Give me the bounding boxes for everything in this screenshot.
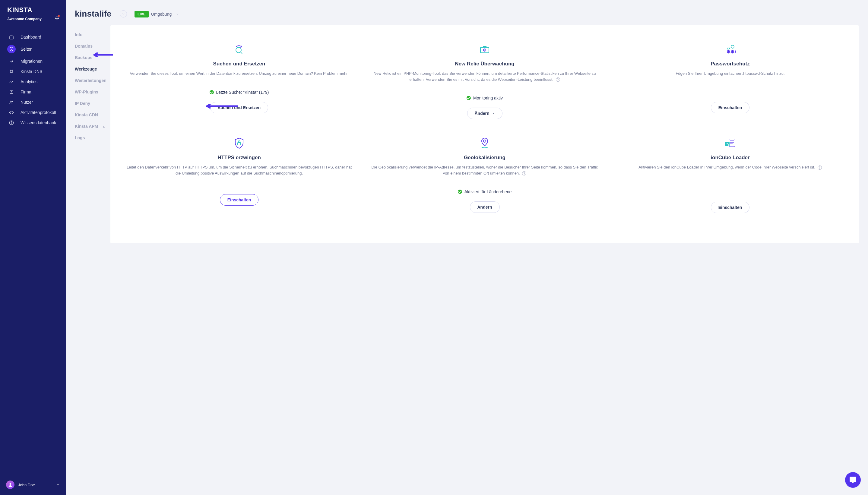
- svg-rect-17: [238, 142, 241, 145]
- chevron-up-icon: [56, 482, 60, 488]
- help-icon[interactable]: ?: [818, 166, 822, 170]
- card-geo-desc: Die Geolokalisierung verwendet die IP-Ad…: [371, 164, 598, 176]
- nav-migrations-label: Migrationen: [20, 59, 43, 64]
- nav-analytics[interactable]: Analytics: [0, 76, 66, 87]
- nav-users[interactable]: Nutzer: [0, 97, 66, 107]
- nav-migrations[interactable]: Migrationen: [0, 56, 66, 66]
- geo-icon: [371, 137, 598, 149]
- card-search-desc: Verwenden Sie dieses Tool, um einen Wert…: [126, 70, 353, 76]
- nav-dns[interactable]: Kinsta DNS: [0, 66, 66, 76]
- svg-point-6: [11, 112, 12, 113]
- nav-users-label: Nutzer: [20, 100, 33, 105]
- subnav-plugins[interactable]: WP-Plugins: [75, 86, 111, 98]
- subnav-info[interactable]: Info: [75, 29, 111, 40]
- ioncube-icon: [616, 137, 844, 149]
- help-icon[interactable]: ?: [556, 78, 560, 82]
- newrelic-modify-button[interactable]: Ändern: [467, 108, 502, 119]
- card-ioncube-desc: Aktivieren Sie den ionCube Loader in Ihr…: [616, 164, 844, 170]
- svg-point-21: [727, 143, 728, 144]
- password-icon: ✱✱✱: [616, 44, 844, 55]
- card-newrelic-desc: New Relic ist ein PHP-Monitoring-Tool, d…: [371, 70, 598, 82]
- notifications-button[interactable]: [55, 16, 59, 21]
- svg-point-1: [12, 70, 13, 71]
- annotation-arrow-icon: [92, 52, 113, 57]
- env-selector[interactable]: [176, 12, 179, 17]
- https-icon: [126, 137, 353, 149]
- chat-button[interactable]: [845, 472, 861, 488]
- nav-company[interactable]: Firma: [0, 87, 66, 97]
- newrelic-icon: [371, 44, 598, 55]
- card-password-title: Passwortschutz: [616, 61, 844, 67]
- nav-dns-label: Kinsta DNS: [20, 69, 42, 74]
- card-search-title: Suchen und Ersetzen: [126, 61, 353, 67]
- nav-activity[interactable]: Aktivitätenprotokoll: [0, 107, 66, 118]
- card-password: ✱✱✱ Passwortschutz Fügen Sie Ihrer Umgeb…: [611, 44, 850, 119]
- annotation-arrow-icon: [204, 104, 238, 108]
- svg-point-10: [236, 47, 241, 53]
- svg-rect-19: [729, 139, 735, 147]
- search-replace-icon: [126, 44, 353, 55]
- nav-sites[interactable]: Seiten: [0, 42, 66, 56]
- nav-activity-label: Aktivitätenprotokoll: [20, 110, 56, 115]
- nav-sites-label: Seiten: [20, 47, 33, 52]
- card-https: HTTPS erzwingen Leitet den Datenverkehr …: [119, 137, 359, 213]
- user-name: John Doe: [18, 483, 52, 487]
- subnav-redirects[interactable]: Weiterleitungen: [75, 75, 111, 86]
- nav-analytics-label: Analytics: [20, 79, 37, 84]
- env-badge: LIVE: [134, 11, 149, 17]
- card-https-desc: Leitet den Datenverkehr von HTTP auf HTT…: [126, 164, 353, 176]
- https-enable-button[interactable]: Einschalten: [220, 194, 259, 206]
- card-password-desc: Fügen Sie Ihrer Umgebung einfachen .htpa…: [616, 70, 844, 76]
- card-newrelic-title: New Relic Überwachung: [371, 61, 598, 67]
- check-icon: [210, 90, 214, 95]
- svg-point-2: [10, 72, 11, 73]
- geo-modify-button[interactable]: Ändern: [470, 201, 500, 213]
- nav-dashboard[interactable]: Dashboard: [0, 32, 66, 42]
- svg-point-5: [10, 101, 12, 102]
- nav-dashboard-label: Dashboard: [20, 35, 41, 39]
- subnav-cdn[interactable]: Kinsta CDN: [75, 109, 111, 121]
- card-geo-status: Aktiviert für Länderebene: [465, 189, 512, 194]
- user-menu[interactable]: John Doe: [0, 476, 66, 495]
- check-icon: [467, 96, 471, 100]
- svg-point-3: [12, 72, 13, 73]
- tools-content: Suchen und Ersetzen Verwenden Sie dieses…: [111, 25, 859, 243]
- card-search-replace: Suchen und Ersetzen Verwenden Sie dieses…: [119, 44, 359, 119]
- card-newrelic-status: Monitoring aktiv: [473, 96, 503, 100]
- brand-logo: KINSTA: [7, 6, 59, 14]
- card-geo: Geolokalisierung Die Geolokalisierung ve…: [365, 137, 604, 213]
- main-sidebar: KINSTA Awesome Company Dashboard Seiten …: [0, 0, 66, 495]
- premium-badge-icon: ▲: [102, 125, 105, 128]
- svg-rect-14: [483, 46, 486, 47]
- env-label: Umgebung: [151, 12, 172, 17]
- password-enable-button[interactable]: Einschalten: [711, 102, 750, 113]
- notification-dot-icon: [58, 15, 60, 17]
- card-ioncube: ionCube Loader Aktivieren Sie den ionCub…: [611, 137, 850, 213]
- subnav-logs[interactable]: Logs: [75, 132, 111, 143]
- card-https-title: HTTPS erzwingen: [126, 155, 353, 161]
- svg-point-18: [483, 140, 486, 142]
- nav-company-label: Firma: [20, 89, 31, 95]
- card-ioncube-title: ionCube Loader: [616, 155, 844, 161]
- help-icon[interactable]: ?: [522, 171, 526, 175]
- avatar-icon: [6, 480, 15, 489]
- nav-kb[interactable]: Wissensdatenbank: [0, 118, 66, 128]
- svg-point-15: [731, 45, 734, 48]
- svg-point-13: [484, 50, 485, 51]
- subnav-ipdeny[interactable]: IP Deny: [75, 98, 111, 109]
- ioncube-enable-button[interactable]: Einschalten: [711, 202, 750, 213]
- nav-kb-label: Wissensdatenbank: [20, 120, 56, 125]
- svg-point-9: [9, 483, 11, 485]
- subnav-tools[interactable]: Werkzeuge: [75, 63, 111, 75]
- svg-point-22: [728, 144, 729, 146]
- svg-point-0: [10, 70, 11, 71]
- svg-text:✱✱✱: ✱✱✱: [727, 49, 736, 54]
- company-name: Awesome Company: [7, 17, 59, 21]
- subnav-domains[interactable]: Domains: [75, 40, 111, 52]
- card-geo-title: Geolokalisierung: [371, 155, 598, 161]
- subnav-apm[interactable]: Kinsta APM▲: [75, 121, 111, 132]
- card-newrelic: New Relic Überwachung New Relic ist ein …: [365, 44, 604, 119]
- check-icon: [458, 190, 462, 194]
- site-title: kinstalife: [75, 9, 111, 19]
- card-search-status: Letzte Suche: "Kinsta" (179): [216, 90, 269, 95]
